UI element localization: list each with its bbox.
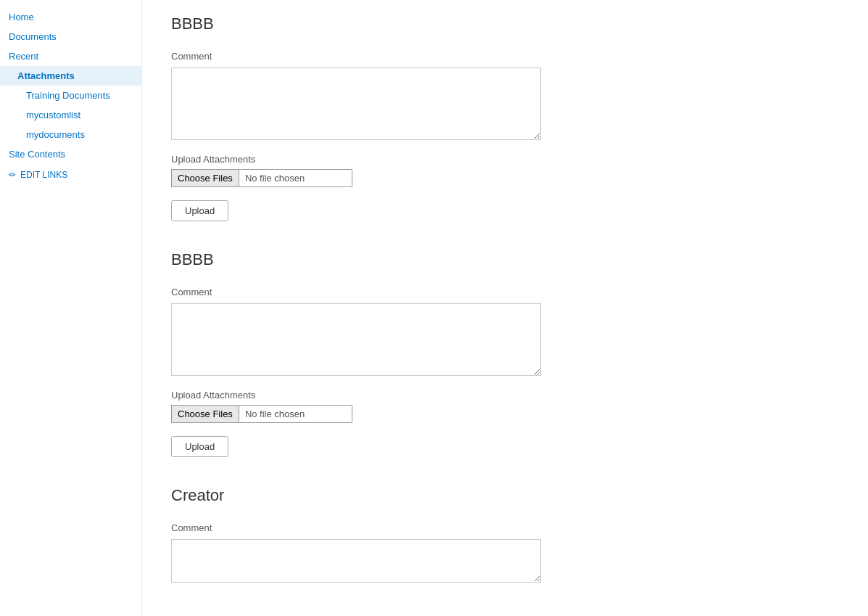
sidebar-item-site-contents[interactable]: Site Contents bbox=[0, 144, 141, 164]
upload-label-2: Upload Attachments bbox=[171, 390, 839, 401]
sidebar-item-training-documents[interactable]: Training Documents bbox=[0, 86, 141, 105]
comment-textarea-3[interactable] bbox=[171, 539, 541, 583]
section-block-3: Creator Comment bbox=[171, 486, 839, 585]
file-input-2: Choose Files No file chosen bbox=[171, 405, 352, 423]
comment-textarea-2[interactable] bbox=[171, 303, 541, 376]
sidebar-item-mydocuments[interactable]: mydocuments bbox=[0, 125, 141, 144]
comment-label-2: Comment bbox=[171, 287, 839, 297]
comment-textarea-1[interactable] bbox=[171, 67, 541, 140]
edit-links-label[interactable]: EDIT LINKS bbox=[20, 170, 67, 180]
edit-links[interactable]: ✏ EDIT LINKS bbox=[0, 164, 141, 186]
choose-files-btn-2[interactable]: Choose Files bbox=[172, 406, 239, 422]
sidebar-item-documents[interactable]: Documents bbox=[0, 27, 141, 46]
upload-btn-1[interactable]: Upload bbox=[171, 200, 228, 221]
section-block-1: BBBB Comment Upload Attachments Choose F… bbox=[171, 15, 839, 221]
choose-files-btn-1[interactable]: Choose Files bbox=[172, 170, 239, 186]
upload-btn-2[interactable]: Upload bbox=[171, 436, 228, 457]
sidebar-item-mycustomlist[interactable]: mycustomlist bbox=[0, 105, 141, 125]
sidebar-item-recent[interactable]: Recent bbox=[0, 46, 141, 66]
main-content: BBBB Comment Upload Attachments Choose F… bbox=[142, 0, 868, 616]
comment-label-1: Comment bbox=[171, 51, 839, 62]
comment-label-3: Comment bbox=[171, 522, 839, 533]
section-title-2: BBBB bbox=[171, 250, 839, 269]
no-file-chosen-2: No file chosen bbox=[239, 406, 352, 422]
sidebar-item-attachments[interactable]: Attachments bbox=[0, 66, 141, 86]
file-input-1: Choose Files No file chosen bbox=[171, 169, 352, 187]
section-title-3: Creator bbox=[171, 486, 839, 505]
pencil-icon: ✏ bbox=[9, 170, 16, 180]
sidebar-item-home[interactable]: Home bbox=[0, 7, 141, 27]
no-file-chosen-1: No file chosen bbox=[239, 170, 352, 186]
sidebar: Home Documents Recent Attachments Traini… bbox=[0, 0, 142, 616]
section-title-1: BBBB bbox=[171, 15, 839, 33]
upload-label-1: Upload Attachments bbox=[171, 154, 839, 165]
section-block-2: BBBB Comment Upload Attachments Choose F… bbox=[171, 250, 839, 457]
